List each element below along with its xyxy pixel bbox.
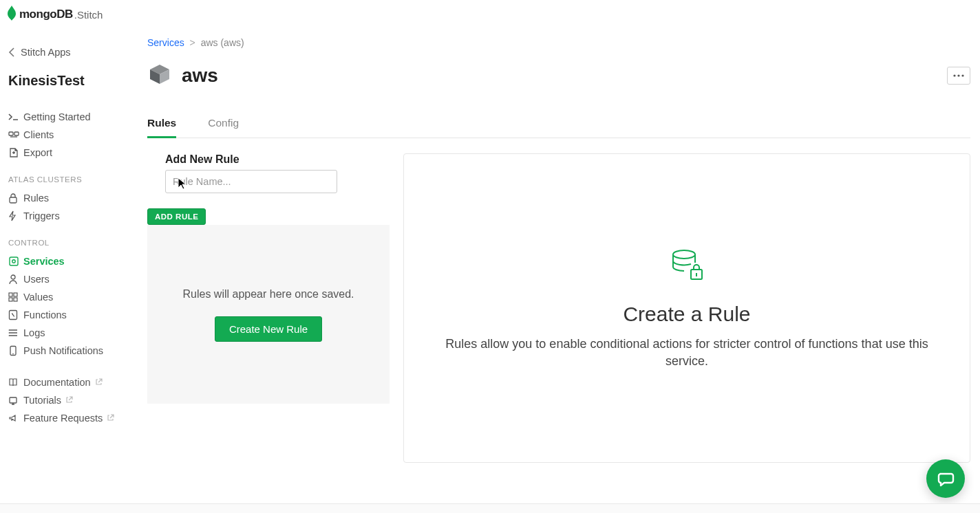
sidebar-item-label: Functions: [23, 309, 67, 320]
lock-icon: [8, 193, 23, 204]
app-name: KinesisTest: [8, 73, 129, 89]
svg-point-17: [953, 74, 955, 76]
sidebar-item-label: Documentation: [23, 377, 91, 388]
list-icon: [8, 328, 23, 338]
create-rule-heading: Create a Rule: [623, 303, 750, 326]
more-actions-button[interactable]: [947, 67, 970, 85]
breadcrumb-current: aws (aws): [201, 37, 244, 48]
svg-rect-7: [14, 293, 17, 296]
sidebar-item-functions[interactable]: Functions: [8, 306, 129, 324]
svg-rect-0: [9, 132, 13, 135]
sidebar-item-services[interactable]: Services: [8, 252, 129, 270]
brand-name: mongoDB: [19, 8, 73, 21]
svg-point-13: [9, 336, 10, 336]
sidebar-item-users[interactable]: Users: [8, 270, 129, 288]
chat-icon: [936, 469, 955, 488]
svg-point-11: [9, 330, 10, 331]
services-icon: [8, 256, 23, 267]
add-rule-chip[interactable]: ADD RULE: [147, 208, 206, 225]
bolt-icon: [8, 210, 23, 221]
svg-point-15: [12, 353, 14, 355]
sidebar-item-label: Logs: [23, 327, 45, 338]
sidebar-item-label: Triggers: [23, 210, 60, 221]
breadcrumb: Services > aws (aws): [147, 37, 970, 48]
page-title: aws: [182, 65, 218, 87]
svg-point-5: [11, 275, 15, 279]
sidebar-item-feature-requests[interactable]: Feature Requests: [8, 409, 129, 427]
svg-rect-3: [10, 257, 18, 265]
tab-rules[interactable]: Rules: [147, 110, 176, 138]
create-rule-description: Rules allow you to enable conditional ac…: [445, 336, 928, 370]
rule-name-input[interactable]: [165, 170, 337, 193]
create-new-rule-button[interactable]: Create New Rule: [215, 316, 322, 342]
status-bar: [0, 503, 980, 513]
svg-point-4: [12, 260, 15, 263]
svg-point-18: [957, 74, 959, 76]
sidebar-item-logs[interactable]: Logs: [8, 324, 129, 342]
rule-detail-empty: Create a Rule Rules allow you to enable …: [403, 153, 970, 463]
tab-config[interactable]: Config: [208, 110, 239, 138]
sidebar-item-label: Services: [23, 256, 65, 267]
sidebar-item-label: Push Notifications: [23, 345, 103, 356]
sidebar-item-rules[interactable]: Rules: [8, 189, 129, 207]
svg-rect-8: [9, 298, 12, 301]
breadcrumb-services[interactable]: Services: [147, 37, 184, 48]
sidebar-item-label: Feature Requests: [23, 413, 103, 424]
tutorials-icon: [8, 395, 23, 405]
external-link-icon: [65, 395, 73, 406]
function-icon: [8, 309, 23, 320]
sidebar-item-label: Tutorials: [23, 395, 61, 406]
svg-point-19: [961, 74, 963, 76]
back-to-apps[interactable]: Stitch Apps: [8, 47, 129, 58]
prompt-icon: [8, 112, 23, 122]
external-link-icon: [107, 413, 114, 424]
sidebar-item-documentation[interactable]: Documentation: [8, 373, 129, 391]
chat-launcher-button[interactable]: [926, 459, 965, 498]
clients-icon: [8, 130, 23, 140]
tabs: Rules Config: [147, 110, 970, 138]
svg-rect-2: [10, 197, 17, 203]
chevron-left-icon: [8, 47, 15, 57]
rules-placeholder: Rules will appear here once saved. Creat…: [147, 225, 390, 404]
export-icon: [8, 147, 23, 158]
sidebar-item-label: Clients: [23, 129, 54, 140]
sidebar-item-label: Getting Started: [23, 111, 91, 122]
push-icon: [8, 345, 23, 356]
database-lock-icon: [668, 246, 706, 287]
svg-rect-9: [14, 298, 17, 301]
sidebar-item-values[interactable]: Values: [8, 288, 129, 306]
main-content: Services > aws (aws) aws Rules Config Ad…: [138, 28, 980, 513]
svg-point-12: [9, 333, 10, 334]
grid-icon: [8, 292, 23, 302]
breadcrumb-sep: >: [190, 37, 195, 48]
section-title-control: CONTROL: [8, 239, 129, 247]
sidebar-item-label: Users: [23, 274, 50, 285]
sidebar-item-getting-started[interactable]: Getting Started: [8, 108, 129, 126]
svg-rect-16: [10, 397, 17, 403]
svg-rect-6: [9, 293, 12, 296]
sidebar-item-triggers[interactable]: Triggers: [8, 207, 129, 225]
svg-rect-1: [14, 132, 19, 135]
sidebar: Stitch Apps KinesisTest Getting Started …: [0, 28, 138, 513]
mongodb-leaf-icon: [7, 6, 17, 23]
rules-sidebar: Add New Rule ADD RULE Rules will appear …: [147, 153, 390, 404]
section-title-atlas: ATLAS CLUSTERS: [8, 175, 129, 184]
sidebar-item-label: Export: [23, 147, 52, 158]
sidebar-item-tutorials[interactable]: Tutorials: [8, 391, 129, 409]
brand-suffix: .Stitch: [74, 9, 103, 21]
user-icon: [8, 274, 23, 285]
rules-placeholder-text: Rules will appear here once saved.: [182, 287, 354, 302]
sidebar-item-push[interactable]: Push Notifications: [8, 342, 129, 360]
app-logo: mongoDB.Stitch: [0, 0, 980, 28]
book-icon: [8, 378, 23, 387]
svg-point-20: [673, 250, 695, 259]
sidebar-item-export[interactable]: Export: [8, 144, 129, 162]
external-link-icon: [95, 377, 103, 388]
add-rule-heading: Add New Rule: [147, 153, 390, 166]
sidebar-item-clients[interactable]: Clients: [8, 126, 129, 144]
sidebar-item-label: Values: [23, 292, 53, 303]
svg-rect-22: [696, 273, 697, 276]
cube-icon: [147, 62, 172, 89]
megaphone-icon: [8, 413, 23, 423]
dots-icon: [953, 74, 964, 77]
